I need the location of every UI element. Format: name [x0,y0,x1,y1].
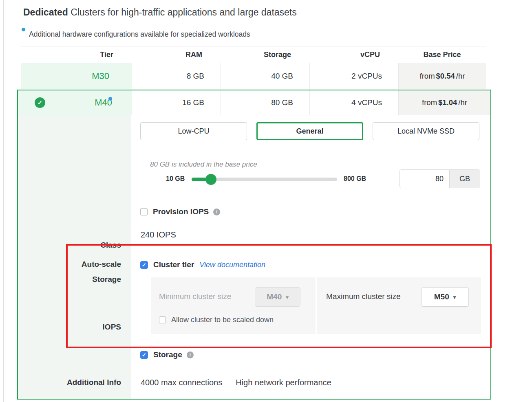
iops-current-value: 240 IOPS [141,230,176,239]
config-content-column: Low-CPU General Local NVMe SSD 80 GB is … [131,115,490,399]
autoscale-storage-label: Storage [153,350,182,359]
m40-config-body: Class Storage IOPS Auto-scale Additional… [18,115,490,399]
autoscale-storage-checkbox[interactable]: ✓ [140,351,148,359]
column-header-vcpu: vCPU [309,51,398,59]
m30-price-value: $0.54 [436,72,455,81]
autoscale-row-label: Auto-scale [82,260,121,269]
max-cluster-size-panel: Maximum cluster size M50 ▾ [317,277,481,334]
max-cluster-size-label: Maximum cluster size [326,292,401,301]
autoscale-storage-info-icon[interactable]: i [187,351,194,358]
class-option-general[interactable]: General [256,122,363,140]
provision-iops-info-icon[interactable]: i [213,209,220,215]
min-cluster-size-panel: Minimum cluster size M40 ▾ Allow cluster… [151,277,316,334]
m30-price-unit: /hr [456,72,465,81]
max-connections-value: 4000 max connections [141,378,222,387]
subtitle: Additional hardware configurations avail… [22,26,250,39]
storage-row-label: Storage [92,275,121,284]
m40-price-value: $1.04 [438,98,457,107]
allow-scale-down-label: Allow cluster to be scaled down [171,316,274,324]
column-header-base-price: Base Price [398,51,486,59]
storage-input-group: GB [399,169,480,188]
min-cluster-size-dropdown[interactable]: M40 ▾ [255,287,300,307]
storage-slider-thumb[interactable] [205,174,216,185]
selected-check-icon: ✓ [35,97,45,108]
m40-vcpu-cell: 4 vCPUs [309,90,398,115]
class-option-low-cpu[interactable]: Low-CPU [140,122,247,140]
m40-blue-dot-icon [108,97,112,101]
column-header-tier: Tier [21,51,132,59]
config-label-column: Class Storage IOPS Auto-scale Additional… [18,115,131,399]
m40-price-cell: from $1.04 /hr [398,90,490,115]
column-header-ram: RAM [132,51,221,59]
max-cluster-size-value: M50 [434,292,449,301]
chevron-down-icon: ▾ [286,294,289,300]
provision-iops-checkbox[interactable] [140,208,148,215]
storage-unit-addon: GB [449,170,480,188]
slider-max-label: 800 GB [344,175,366,182]
m30-tier-cell[interactable]: M30 [21,63,132,89]
page-title-rest: Clusters for high-traffic applications a… [68,7,297,18]
m40-ram-cell: 16 GB [132,90,221,115]
iops-row-label: IOPS [103,323,121,332]
class-row-label: Class [100,241,121,250]
slider-min-label: 10 GB [166,175,185,182]
min-cluster-size-label: Minimum cluster size [159,292,231,301]
class-options-row: Low-CPU General Local NVMe SSD [140,122,479,140]
autoscale-storage-row: ✓ Storage i [140,350,194,359]
allow-scale-down-checkbox[interactable] [159,316,166,323]
page-edge-line [3,0,4,402]
m30-ram-cell: 8 GB [132,63,221,89]
storage-slider-tick [211,169,211,174]
table-row-m30[interactable]: M30 8 GB 40 GB 2 vCPUs from $0.54 /hr [21,63,486,89]
provision-iops-label: Provision IOPS [153,207,209,216]
m40-storage-cell: 80 GB [221,90,309,115]
blue-dot-icon [22,28,25,31]
additional-info-row-label: Additional Info [67,378,121,387]
cluster-tier-row: ✓ Cluster tier View documentation [140,260,265,269]
tier-table-header: Tier RAM Storage vCPU Base Price [21,46,486,63]
max-cluster-size-dropdown[interactable]: M50 ▾ [421,287,469,307]
cluster-tier-checkbox[interactable]: ✓ [140,261,148,269]
subtitle-text: Additional hardware configurations avail… [29,30,250,39]
provision-iops-row: Provision IOPS i [140,207,220,216]
m30-price-cell: from $0.54 /hr [398,63,486,89]
class-option-local-nvme-ssd[interactable]: Local NVMe SSD [373,122,479,140]
page-title-bold: Dedicated [23,7,68,18]
view-documentation-link[interactable]: View documentation [199,261,265,269]
m40-price-unit: /hr [458,98,467,107]
m40-tier-cell[interactable]: ✓ M40 [18,90,132,115]
min-cluster-size-value: M40 [267,292,282,301]
cluster-tier-label: Cluster tier [153,260,194,269]
column-header-storage: Storage [221,51,309,59]
m30-vcpu-cell: 2 vCPUs [309,63,398,89]
scale-down-row: Allow cluster to be scaled down [159,316,274,324]
page-title: Dedicated Clusters for high-traffic appl… [23,7,297,18]
storage-included-note: 80 GB is included in the base price [150,160,257,169]
storage-size-input[interactable] [400,170,449,188]
network-performance-value: High network performance [236,378,331,387]
m30-storage-cell: 40 GB [221,63,309,89]
m40-price-from: from [422,98,437,107]
m30-price-from: from [420,72,435,81]
chevron-down-icon: ▾ [453,294,456,300]
additional-info-divider [229,376,229,389]
additional-info-row: 4000 max connections High network perfor… [141,376,331,389]
table-row-m40-selected[interactable]: ✓ M40 16 GB 80 GB 4 vCPUs from $1.04 /hr [18,90,490,115]
m40-expanded-panel: ✓ M40 16 GB 80 GB 4 vCPUs from $1.04 /hr… [17,90,491,400]
